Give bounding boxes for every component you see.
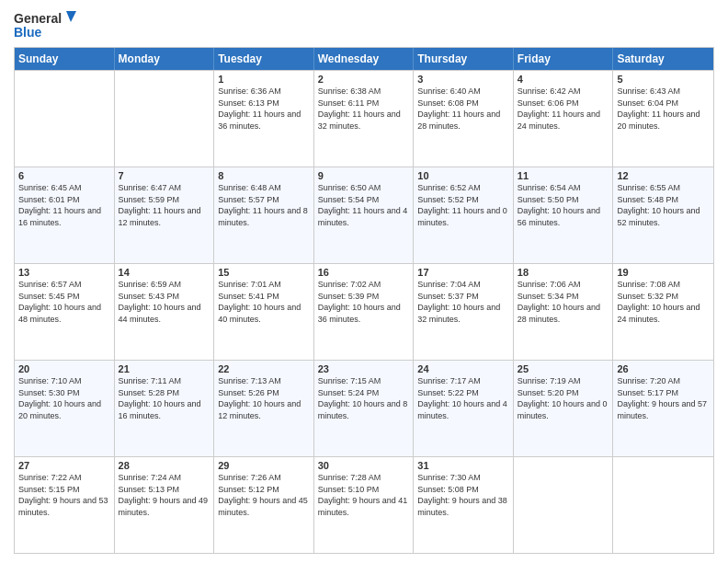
- day-number: 8: [218, 170, 310, 181]
- cal-cell: 12Sunrise: 6:55 AM Sunset: 5:48 PM Dayli…: [613, 167, 713, 263]
- cell-detail: Sunrise: 7:10 AM Sunset: 5:30 PM Dayligh…: [18, 375, 110, 421]
- cell-detail: Sunrise: 7:24 AM Sunset: 5:13 PM Dayligh…: [119, 472, 210, 518]
- header-cell-sunday: Sunday: [15, 48, 115, 70]
- cal-cell: 20Sunrise: 7:10 AM Sunset: 5:30 PM Dayli…: [15, 361, 115, 456]
- day-number: 24: [417, 363, 509, 374]
- cal-cell: 19Sunrise: 7:08 AM Sunset: 5:32 PM Dayli…: [613, 264, 713, 360]
- cal-cell: 4Sunrise: 6:42 AM Sunset: 6:06 PM Daylig…: [514, 71, 614, 167]
- logo-svg: GeneralBlue: [14, 9, 87, 41]
- svg-marker-2: [66, 11, 76, 22]
- cell-detail: Sunrise: 6:50 AM Sunset: 5:54 PM Dayligh…: [318, 182, 410, 228]
- svg-text:General: General: [14, 11, 62, 26]
- day-number: 30: [318, 460, 410, 471]
- cal-row-1: 6Sunrise: 6:45 AM Sunset: 6:01 PM Daylig…: [15, 167, 713, 263]
- cell-detail: Sunrise: 7:02 AM Sunset: 5:39 PM Dayligh…: [318, 279, 410, 325]
- cal-cell: [115, 71, 215, 167]
- day-number: 29: [218, 460, 310, 471]
- cal-cell: 3Sunrise: 6:40 AM Sunset: 6:08 PM Daylig…: [414, 71, 514, 167]
- day-number: 19: [617, 267, 710, 278]
- cell-detail: Sunrise: 6:52 AM Sunset: 5:52 PM Dayligh…: [417, 182, 509, 228]
- day-number: 18: [518, 267, 609, 278]
- cell-detail: Sunrise: 7:13 AM Sunset: 5:26 PM Dayligh…: [218, 375, 310, 421]
- header-cell-thursday: Thursday: [414, 48, 514, 70]
- day-number: 10: [417, 170, 509, 181]
- cell-detail: Sunrise: 6:48 AM Sunset: 5:57 PM Dayligh…: [218, 182, 310, 228]
- cal-cell: 2Sunrise: 6:38 AM Sunset: 6:11 PM Daylig…: [314, 71, 415, 167]
- day-number: 16: [318, 267, 410, 278]
- cal-cell: [15, 71, 115, 167]
- calendar: SundayMondayTuesdayWednesdayThursdayFrid…: [14, 47, 714, 554]
- cal-cell: 1Sunrise: 6:36 AM Sunset: 6:13 PM Daylig…: [214, 71, 314, 167]
- day-number: 6: [18, 170, 110, 181]
- cal-row-4: 27Sunrise: 7:22 AM Sunset: 5:15 PM Dayli…: [15, 456, 713, 553]
- cell-detail: Sunrise: 7:17 AM Sunset: 5:22 PM Dayligh…: [417, 375, 509, 421]
- cell-detail: Sunrise: 7:01 AM Sunset: 5:41 PM Dayligh…: [218, 279, 310, 325]
- page: GeneralBlue SundayMondayTuesdayWednesday…: [0, 0, 728, 563]
- cal-cell: 5Sunrise: 6:43 AM Sunset: 6:04 PM Daylig…: [613, 71, 713, 167]
- cal-cell: 16Sunrise: 7:02 AM Sunset: 5:39 PM Dayli…: [314, 264, 415, 360]
- cal-cell: 18Sunrise: 7:06 AM Sunset: 5:34 PM Dayli…: [514, 264, 614, 360]
- day-number: 7: [119, 170, 210, 181]
- cal-row-3: 20Sunrise: 7:10 AM Sunset: 5:30 PM Dayli…: [15, 360, 713, 456]
- day-number: 1: [218, 74, 310, 85]
- cell-detail: Sunrise: 6:38 AM Sunset: 6:11 PM Dayligh…: [318, 86, 410, 132]
- header-cell-friday: Friday: [514, 48, 614, 70]
- header-cell-wednesday: Wednesday: [314, 48, 415, 70]
- cal-cell: 13Sunrise: 6:57 AM Sunset: 5:45 PM Dayli…: [15, 264, 115, 360]
- logo: GeneralBlue: [14, 9, 87, 41]
- day-number: 12: [617, 170, 710, 181]
- cell-detail: Sunrise: 6:57 AM Sunset: 5:45 PM Dayligh…: [18, 279, 110, 325]
- calendar-body: 1Sunrise: 6:36 AM Sunset: 6:13 PM Daylig…: [15, 70, 713, 553]
- day-number: 2: [318, 74, 410, 85]
- day-number: 25: [518, 363, 609, 374]
- cal-cell: 6Sunrise: 6:45 AM Sunset: 6:01 PM Daylig…: [15, 167, 115, 263]
- day-number: 31: [417, 460, 509, 471]
- day-number: 21: [119, 363, 210, 374]
- cal-cell: 10Sunrise: 6:52 AM Sunset: 5:52 PM Dayli…: [414, 167, 514, 263]
- cell-detail: Sunrise: 7:11 AM Sunset: 5:28 PM Dayligh…: [119, 375, 210, 421]
- cal-cell: 26Sunrise: 7:20 AM Sunset: 5:17 PM Dayli…: [613, 361, 713, 456]
- cal-cell: 27Sunrise: 7:22 AM Sunset: 5:15 PM Dayli…: [15, 457, 115, 553]
- day-number: 17: [417, 267, 509, 278]
- cell-detail: Sunrise: 6:43 AM Sunset: 6:04 PM Dayligh…: [617, 86, 710, 132]
- cal-cell: 30Sunrise: 7:28 AM Sunset: 5:10 PM Dayli…: [314, 457, 415, 553]
- day-number: 9: [318, 170, 410, 181]
- cal-cell: 17Sunrise: 7:04 AM Sunset: 5:37 PM Dayli…: [414, 264, 514, 360]
- header-cell-saturday: Saturday: [613, 48, 713, 70]
- cell-detail: Sunrise: 6:36 AM Sunset: 6:13 PM Dayligh…: [218, 86, 310, 132]
- cell-detail: Sunrise: 7:22 AM Sunset: 5:15 PM Dayligh…: [18, 472, 110, 518]
- svg-text:Blue: Blue: [14, 25, 42, 40]
- cell-detail: Sunrise: 6:40 AM Sunset: 6:08 PM Dayligh…: [417, 86, 509, 132]
- calendar-header-row: SundayMondayTuesdayWednesdayThursdayFrid…: [15, 48, 713, 70]
- header: GeneralBlue: [14, 9, 714, 41]
- cal-cell: 9Sunrise: 6:50 AM Sunset: 5:54 PM Daylig…: [314, 167, 415, 263]
- day-number: 13: [18, 267, 110, 278]
- cal-row-0: 1Sunrise: 6:36 AM Sunset: 6:13 PM Daylig…: [15, 70, 713, 167]
- header-cell-tuesday: Tuesday: [214, 48, 314, 70]
- day-number: 15: [218, 267, 310, 278]
- cal-cell: 29Sunrise: 7:26 AM Sunset: 5:12 PM Dayli…: [214, 457, 314, 553]
- cal-cell: 31Sunrise: 7:30 AM Sunset: 5:08 PM Dayli…: [414, 457, 514, 553]
- day-number: 4: [518, 74, 609, 85]
- cal-cell: 15Sunrise: 7:01 AM Sunset: 5:41 PM Dayli…: [214, 264, 314, 360]
- day-number: 22: [218, 363, 310, 374]
- cell-detail: Sunrise: 7:30 AM Sunset: 5:08 PM Dayligh…: [417, 472, 509, 518]
- day-number: 26: [617, 363, 710, 374]
- cal-cell: 25Sunrise: 7:19 AM Sunset: 5:20 PM Dayli…: [514, 361, 614, 456]
- cell-detail: Sunrise: 7:15 AM Sunset: 5:24 PM Dayligh…: [318, 375, 410, 421]
- cell-detail: Sunrise: 7:20 AM Sunset: 5:17 PM Dayligh…: [617, 375, 710, 421]
- cell-detail: Sunrise: 6:54 AM Sunset: 5:50 PM Dayligh…: [518, 182, 609, 228]
- cell-detail: Sunrise: 6:59 AM Sunset: 5:43 PM Dayligh…: [119, 279, 210, 325]
- cell-detail: Sunrise: 6:47 AM Sunset: 5:59 PM Dayligh…: [119, 182, 210, 228]
- cal-row-2: 13Sunrise: 6:57 AM Sunset: 5:45 PM Dayli…: [15, 263, 713, 360]
- cell-detail: Sunrise: 7:04 AM Sunset: 5:37 PM Dayligh…: [417, 279, 509, 325]
- cal-cell: 8Sunrise: 6:48 AM Sunset: 5:57 PM Daylig…: [214, 167, 314, 263]
- cal-cell: 21Sunrise: 7:11 AM Sunset: 5:28 PM Dayli…: [115, 361, 215, 456]
- day-number: 20: [18, 363, 110, 374]
- cell-detail: Sunrise: 6:55 AM Sunset: 5:48 PM Dayligh…: [617, 182, 710, 228]
- cell-detail: Sunrise: 7:08 AM Sunset: 5:32 PM Dayligh…: [617, 279, 710, 325]
- cell-detail: Sunrise: 6:42 AM Sunset: 6:06 PM Dayligh…: [518, 86, 609, 132]
- cell-detail: Sunrise: 7:06 AM Sunset: 5:34 PM Dayligh…: [518, 279, 609, 325]
- cell-detail: Sunrise: 6:45 AM Sunset: 6:01 PM Dayligh…: [18, 182, 110, 228]
- cal-cell: 23Sunrise: 7:15 AM Sunset: 5:24 PM Dayli…: [314, 361, 415, 456]
